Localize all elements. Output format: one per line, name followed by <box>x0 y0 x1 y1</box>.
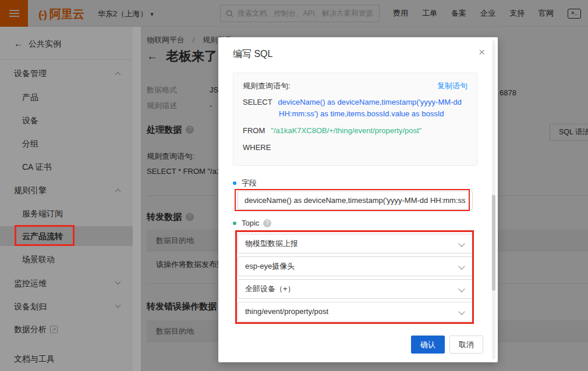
chevron-down-icon <box>458 263 465 269</box>
dropdown-device[interactable]: 全部设备（+） <box>238 279 473 299</box>
dropdown-topic-path[interactable]: thing/event/property/post <box>238 302 473 322</box>
chevron-down-icon <box>458 286 465 292</box>
sql-summary-box: 规则查询语句: 复制语句 SELECTdeviceName() as devic… <box>233 73 477 166</box>
copy-statement-link[interactable]: 复制语句 <box>437 81 467 91</box>
field-section-label: 字段 <box>233 178 257 188</box>
close-icon[interactable]: × <box>479 47 485 58</box>
cancel-button[interactable]: 取消 <box>449 336 483 354</box>
dropdown-topic-type[interactable]: 物模型数据上报 <box>238 234 473 254</box>
sql-select-line: SELECTdeviceName() as deviceName,timesta… <box>243 97 467 120</box>
sql-from-line: FROM"/a1kaK7XC8OB/+/thing/event/property… <box>243 125 467 137</box>
query-statement-label: 规则查询语句: <box>243 81 291 91</box>
dropdown-product[interactable]: esp-eye摄像头 <box>238 256 473 276</box>
help-icon[interactable]: ? <box>263 219 271 227</box>
modal-scrollbar-thumb[interactable] <box>492 195 495 291</box>
modal-backdrop <box>0 27 141 371</box>
confirm-button[interactable]: 确认 <box>411 336 445 354</box>
edit-sql-dialog: 编写 SQL × 规则查询语句: 复制语句 SELECTdeviceName()… <box>218 37 498 362</box>
topic-section-label: Topic? <box>233 219 271 227</box>
blue-dot-icon <box>233 181 236 185</box>
sql-where-line: WHERE <box>243 142 467 154</box>
green-dot-icon <box>233 222 236 225</box>
chevron-down-icon <box>458 240 465 247</box>
field-expression-input[interactable] <box>238 191 473 210</box>
modal-backdrop <box>0 0 588 27</box>
dialog-title: 编写 SQL <box>233 48 272 60</box>
screen: (-) 阿里云 华东2（上海）▾ 费用 工单 备案 企业 支持 官网 >_ ←公… <box>0 0 588 371</box>
chevron-down-icon <box>458 308 465 315</box>
